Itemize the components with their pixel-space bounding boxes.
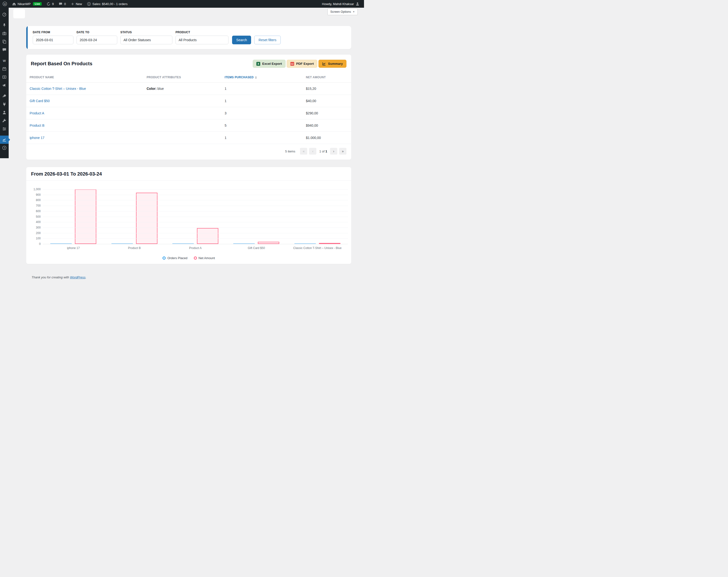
sidebar-item-comments[interactable] [0,46,9,54]
items-count: 5 items [285,150,295,153]
posts-pin-icon [2,23,7,28]
svg-text:PDF: PDF [291,63,294,65]
status-select[interactable] [120,36,172,44]
filters-panel: DATE FROM DATE TO STATUS PRODUCT Search … [26,26,351,49]
pdf-icon: PDF [290,62,294,66]
product-attributes-cell [143,95,221,107]
site-name-menu[interactable]: NikanWP Live [10,0,44,8]
account-menu[interactable]: Howdy, Mahdi Khaksar [319,0,362,8]
excel-export-button[interactable]: X Excel Export [253,60,286,68]
users-icon [2,110,7,115]
dashboard-icon [2,12,7,17]
table-row: Product B5$940,00 [26,120,351,132]
appearance-icon [2,94,7,99]
sidebar-item-posts[interactable] [0,21,9,29]
sidebar-item-dashboard[interactable] [0,10,9,19]
updates-count: 9 [52,2,54,6]
gridline [43,200,348,200]
woocommerce-icon: W [2,58,7,63]
sidebar-item-tools[interactable] [0,117,9,125]
net-amount-cell: $1.000,00 [303,132,352,144]
table-row: iphone 171$1.000,00 [26,132,351,144]
col-net-amount: NET AMOUNT [303,72,352,83]
collapse-menu-icon [2,146,7,150]
sidebar-item-products[interactable] [0,65,9,73]
chart-legend: Orders Placed Net Amount [26,256,351,260]
updates-icon [47,2,51,6]
pdf-export-label: PDF Export [296,62,314,66]
product-attributes-cell [143,132,221,144]
svg-text:$: $ [88,3,89,5]
sales-menu[interactable]: $ Sales: $540,00 - 1 orders [84,0,130,8]
product-attributes-cell [143,120,221,132]
prev-page-button[interactable]: ‹ [309,148,316,155]
summary-button[interactable]: Summary [318,60,346,68]
sidebar-item-woocommerce[interactable]: W [0,57,9,65]
reset-filters-button[interactable]: Reset filters [254,36,281,44]
summary-label: Summary [328,62,343,66]
product-link[interactable]: Product B [30,124,44,127]
chevron-down-icon: ▼ [353,10,355,13]
sidebar-item-plugins[interactable] [0,100,9,108]
product-link[interactable]: Gift Card $50 [30,99,50,103]
gridline [43,244,348,244]
product-link[interactable]: Classic Cotton T-Shirt – Unisex - Blue [30,87,86,91]
sidebar-item-appearance[interactable] [0,92,9,100]
pages-icon [2,39,7,44]
summary-chart-icon [322,62,326,66]
date-from-input[interactable] [33,36,73,44]
product-link[interactable]: iphone 17 [30,136,45,140]
col-items-purchased[interactable]: ITEMS PURCHASED [221,72,303,83]
sidebar-item-media[interactable] [0,29,9,37]
wordpress-logo-icon: W [2,1,7,6]
dollar-circle-icon: $ [87,2,91,6]
svg-text:W: W [3,59,6,62]
last-page-button[interactable]: » [339,148,346,155]
admin-bar-right: Howdy, Mahdi Khaksar [319,0,364,8]
report-title: Report Based On Products [31,61,93,67]
pdf-export-button[interactable]: PDF PDF Export [287,60,317,68]
footer-credit: Thank you for creating with WordPress. [31,276,351,279]
comments-menu[interactable]: 0 [56,0,68,8]
screen-options-button[interactable]: Screen Options ▼ [328,8,358,15]
excel-icon: X [256,62,260,66]
legend-item-orders-placed[interactable]: Orders Placed [162,256,187,260]
sidebar-item-marketing[interactable] [0,81,9,89]
first-page-button[interactable]: « [300,148,307,155]
sidebar-item-pages[interactable] [0,37,9,46]
sidebar-item-settings[interactable] [0,125,9,133]
gridline [43,189,348,190]
sidebar-item-report-analytics[interactable] [0,135,9,144]
new-content-menu[interactable]: New [68,0,84,8]
excel-export-label: Excel Export [262,62,282,66]
items-purchased-cell: 1 [221,132,303,144]
pagination: 5 items « ‹ 1 of 1 › » [26,144,351,158]
search-button[interactable]: Search [232,36,251,44]
filter-accent-bar [26,26,28,49]
next-page-button[interactable]: › [330,148,337,155]
items-purchased-cell: 1 [221,83,303,95]
tools-icon [2,118,7,123]
chart-region: 01002003004005006007008009001,000 iphone… [26,181,351,264]
product-attributes-cell: Color: blue [143,83,221,95]
date-to-input[interactable] [77,36,117,44]
net-amount-cell: $15,20 [303,83,352,95]
new-label: New [76,2,82,6]
product-label: PRODUCT [176,31,229,34]
wp-logo-menu[interactable]: W [0,0,10,8]
product-field: PRODUCT [176,31,229,44]
net-amount-cell: $40,00 [303,95,352,107]
y-axis-label: 900 [26,193,41,197]
collapse-menu-button[interactable] [0,144,9,152]
sidebar-item-payments[interactable]: $ [0,73,9,81]
svg-text:W: W [4,3,6,5]
sidebar-item-users[interactable] [0,108,9,117]
y-axis-label: 800 [26,198,41,202]
updates-menu[interactable]: 9 [44,0,56,8]
wordpress-link[interactable]: WordPress [70,276,85,279]
y-axis-label: 400 [26,220,41,224]
legend-item-net-amount[interactable]: Net Amount [194,256,215,260]
product-select[interactable] [176,36,229,44]
sales-text: Sales: $540,00 - 1 orders [93,2,128,6]
product-link[interactable]: Product A [30,111,44,115]
